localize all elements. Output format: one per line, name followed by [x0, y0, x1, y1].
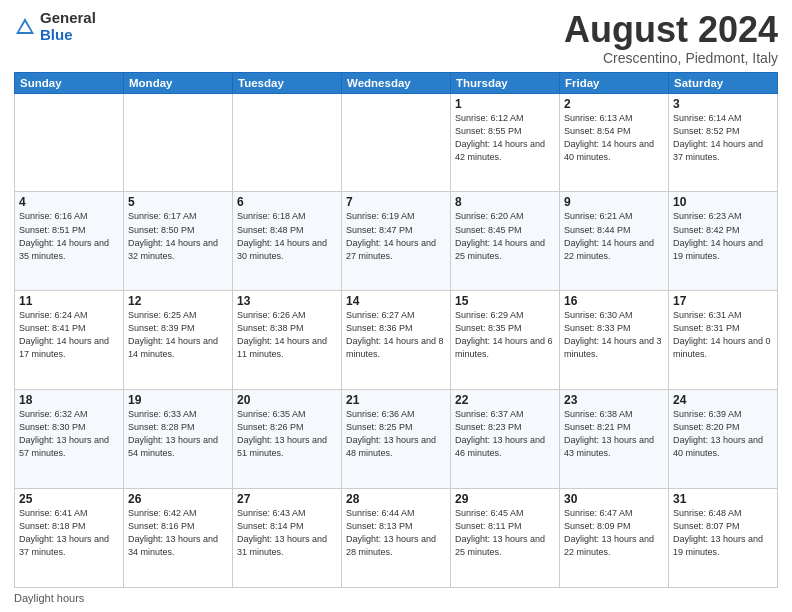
- day-number: 12: [128, 294, 228, 308]
- calendar-cell: 30Sunrise: 6:47 AM Sunset: 8:09 PM Dayli…: [560, 489, 669, 588]
- calendar-cell: 4Sunrise: 6:16 AM Sunset: 8:51 PM Daylig…: [15, 192, 124, 291]
- calendar-cell: 27Sunrise: 6:43 AM Sunset: 8:14 PM Dayli…: [233, 489, 342, 588]
- day-info: Sunrise: 6:13 AM Sunset: 8:54 PM Dayligh…: [564, 112, 664, 164]
- day-info: Sunrise: 6:39 AM Sunset: 8:20 PM Dayligh…: [673, 408, 773, 460]
- calendar-cell: [15, 93, 124, 192]
- day-number: 7: [346, 195, 446, 209]
- calendar-week-2: 11Sunrise: 6:24 AM Sunset: 8:41 PM Dayli…: [15, 291, 778, 390]
- calendar-cell: 3Sunrise: 6:14 AM Sunset: 8:52 PM Daylig…: [669, 93, 778, 192]
- title-block: August 2024 Crescentino, Piedmont, Italy: [564, 10, 778, 66]
- calendar-cell: 1Sunrise: 6:12 AM Sunset: 8:55 PM Daylig…: [451, 93, 560, 192]
- calendar-week-4: 25Sunrise: 6:41 AM Sunset: 8:18 PM Dayli…: [15, 489, 778, 588]
- day-number: 4: [19, 195, 119, 209]
- day-info: Sunrise: 6:47 AM Sunset: 8:09 PM Dayligh…: [564, 507, 664, 559]
- day-number: 6: [237, 195, 337, 209]
- day-number: 24: [673, 393, 773, 407]
- logo: General Blue: [14, 10, 96, 43]
- day-number: 23: [564, 393, 664, 407]
- day-info: Sunrise: 6:21 AM Sunset: 8:44 PM Dayligh…: [564, 210, 664, 262]
- calendar-cell: 13Sunrise: 6:26 AM Sunset: 8:38 PM Dayli…: [233, 291, 342, 390]
- legend: Daylight hours: [14, 592, 778, 604]
- calendar-cell: 23Sunrise: 6:38 AM Sunset: 8:21 PM Dayli…: [560, 390, 669, 489]
- day-info: Sunrise: 6:19 AM Sunset: 8:47 PM Dayligh…: [346, 210, 446, 262]
- calendar-cell: 26Sunrise: 6:42 AM Sunset: 8:16 PM Dayli…: [124, 489, 233, 588]
- logo-blue: Blue: [40, 27, 96, 44]
- day-info: Sunrise: 6:48 AM Sunset: 8:07 PM Dayligh…: [673, 507, 773, 559]
- calendar-cell: 8Sunrise: 6:20 AM Sunset: 8:45 PM Daylig…: [451, 192, 560, 291]
- day-info: Sunrise: 6:30 AM Sunset: 8:33 PM Dayligh…: [564, 309, 664, 361]
- day-info: Sunrise: 6:33 AM Sunset: 8:28 PM Dayligh…: [128, 408, 228, 460]
- weekday-header-tuesday: Tuesday: [233, 72, 342, 93]
- day-number: 16: [564, 294, 664, 308]
- day-number: 14: [346, 294, 446, 308]
- weekday-header-sunday: Sunday: [15, 72, 124, 93]
- calendar-cell: 22Sunrise: 6:37 AM Sunset: 8:23 PM Dayli…: [451, 390, 560, 489]
- calendar-cell: 31Sunrise: 6:48 AM Sunset: 8:07 PM Dayli…: [669, 489, 778, 588]
- calendar-cell: [233, 93, 342, 192]
- calendar-cell: 11Sunrise: 6:24 AM Sunset: 8:41 PM Dayli…: [15, 291, 124, 390]
- day-number: 9: [564, 195, 664, 209]
- calendar-cell: 12Sunrise: 6:25 AM Sunset: 8:39 PM Dayli…: [124, 291, 233, 390]
- weekday-header-saturday: Saturday: [669, 72, 778, 93]
- day-info: Sunrise: 6:20 AM Sunset: 8:45 PM Dayligh…: [455, 210, 555, 262]
- calendar-cell: 24Sunrise: 6:39 AM Sunset: 8:20 PM Dayli…: [669, 390, 778, 489]
- calendar-cell: 15Sunrise: 6:29 AM Sunset: 8:35 PM Dayli…: [451, 291, 560, 390]
- day-number: 15: [455, 294, 555, 308]
- day-number: 22: [455, 393, 555, 407]
- legend-label: Daylight hours: [14, 592, 84, 604]
- calendar-cell: 16Sunrise: 6:30 AM Sunset: 8:33 PM Dayli…: [560, 291, 669, 390]
- day-info: Sunrise: 6:41 AM Sunset: 8:18 PM Dayligh…: [19, 507, 119, 559]
- header: General Blue August 2024 Crescentino, Pi…: [14, 10, 778, 66]
- day-info: Sunrise: 6:17 AM Sunset: 8:50 PM Dayligh…: [128, 210, 228, 262]
- day-number: 25: [19, 492, 119, 506]
- day-info: Sunrise: 6:14 AM Sunset: 8:52 PM Dayligh…: [673, 112, 773, 164]
- weekday-header-friday: Friday: [560, 72, 669, 93]
- day-number: 20: [237, 393, 337, 407]
- day-info: Sunrise: 6:35 AM Sunset: 8:26 PM Dayligh…: [237, 408, 337, 460]
- calendar-week-1: 4Sunrise: 6:16 AM Sunset: 8:51 PM Daylig…: [15, 192, 778, 291]
- logo-general: General: [40, 10, 96, 27]
- day-info: Sunrise: 6:26 AM Sunset: 8:38 PM Dayligh…: [237, 309, 337, 361]
- day-number: 8: [455, 195, 555, 209]
- calendar-cell: 9Sunrise: 6:21 AM Sunset: 8:44 PM Daylig…: [560, 192, 669, 291]
- day-info: Sunrise: 6:43 AM Sunset: 8:14 PM Dayligh…: [237, 507, 337, 559]
- day-number: 17: [673, 294, 773, 308]
- day-info: Sunrise: 6:25 AM Sunset: 8:39 PM Dayligh…: [128, 309, 228, 361]
- calendar-cell: [342, 93, 451, 192]
- day-info: Sunrise: 6:23 AM Sunset: 8:42 PM Dayligh…: [673, 210, 773, 262]
- day-number: 21: [346, 393, 446, 407]
- day-info: Sunrise: 6:45 AM Sunset: 8:11 PM Dayligh…: [455, 507, 555, 559]
- day-number: 10: [673, 195, 773, 209]
- logo-text: General Blue: [40, 10, 96, 43]
- day-info: Sunrise: 6:32 AM Sunset: 8:30 PM Dayligh…: [19, 408, 119, 460]
- day-number: 26: [128, 492, 228, 506]
- calendar-cell: 10Sunrise: 6:23 AM Sunset: 8:42 PM Dayli…: [669, 192, 778, 291]
- day-number: 13: [237, 294, 337, 308]
- calendar-cell: 5Sunrise: 6:17 AM Sunset: 8:50 PM Daylig…: [124, 192, 233, 291]
- day-number: 11: [19, 294, 119, 308]
- day-number: 29: [455, 492, 555, 506]
- day-info: Sunrise: 6:42 AM Sunset: 8:16 PM Dayligh…: [128, 507, 228, 559]
- calendar-cell: 19Sunrise: 6:33 AM Sunset: 8:28 PM Dayli…: [124, 390, 233, 489]
- calendar-cell: 18Sunrise: 6:32 AM Sunset: 8:30 PM Dayli…: [15, 390, 124, 489]
- day-info: Sunrise: 6:27 AM Sunset: 8:36 PM Dayligh…: [346, 309, 446, 361]
- day-number: 18: [19, 393, 119, 407]
- day-info: Sunrise: 6:12 AM Sunset: 8:55 PM Dayligh…: [455, 112, 555, 164]
- day-number: 27: [237, 492, 337, 506]
- calendar-cell: 6Sunrise: 6:18 AM Sunset: 8:48 PM Daylig…: [233, 192, 342, 291]
- calendar-cell: 29Sunrise: 6:45 AM Sunset: 8:11 PM Dayli…: [451, 489, 560, 588]
- calendar-week-3: 18Sunrise: 6:32 AM Sunset: 8:30 PM Dayli…: [15, 390, 778, 489]
- calendar-cell: 21Sunrise: 6:36 AM Sunset: 8:25 PM Dayli…: [342, 390, 451, 489]
- day-info: Sunrise: 6:16 AM Sunset: 8:51 PM Dayligh…: [19, 210, 119, 262]
- day-info: Sunrise: 6:37 AM Sunset: 8:23 PM Dayligh…: [455, 408, 555, 460]
- calendar-cell: 28Sunrise: 6:44 AM Sunset: 8:13 PM Dayli…: [342, 489, 451, 588]
- day-number: 28: [346, 492, 446, 506]
- day-number: 30: [564, 492, 664, 506]
- calendar-cell: 2Sunrise: 6:13 AM Sunset: 8:54 PM Daylig…: [560, 93, 669, 192]
- day-number: 1: [455, 97, 555, 111]
- day-number: 19: [128, 393, 228, 407]
- day-info: Sunrise: 6:18 AM Sunset: 8:48 PM Dayligh…: [237, 210, 337, 262]
- calendar-cell: [124, 93, 233, 192]
- month-title: August 2024: [564, 10, 778, 50]
- page: General Blue August 2024 Crescentino, Pi…: [0, 0, 792, 612]
